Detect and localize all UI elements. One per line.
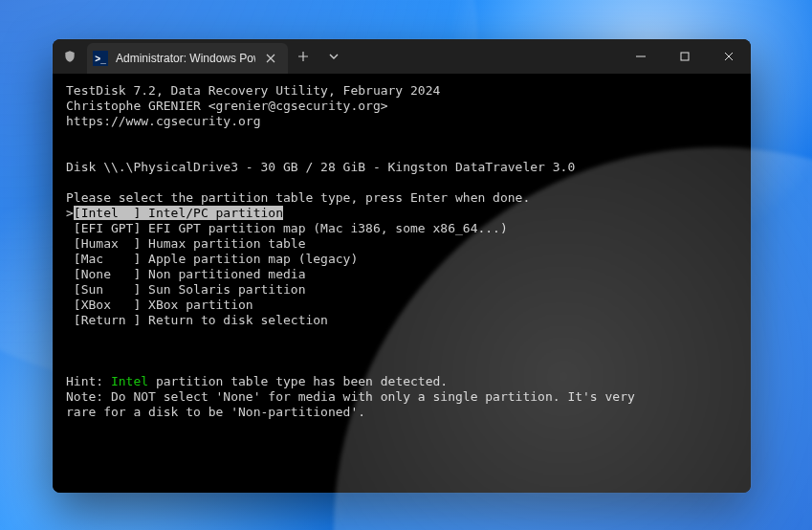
author-line: Christophe GRENIER <grenier@cgsecurity.o…: [66, 99, 737, 114]
uac-shield-icon: [53, 39, 87, 74]
terminal-window: >_ Administrator: Windows Powe: [53, 39, 751, 493]
svg-rect-0: [681, 53, 689, 60]
url-line: https://www.cgsecurity.org: [66, 114, 737, 129]
partition-option[interactable]: [Return ] Return to disk selection: [66, 313, 737, 328]
powershell-icon: >_: [93, 51, 108, 66]
partition-option[interactable]: [None ] Non partitioned media: [66, 267, 737, 282]
tab-dropdown-button[interactable]: [318, 39, 349, 74]
new-tab-button[interactable]: [288, 39, 318, 74]
maximize-button[interactable]: [663, 39, 707, 74]
note-line-2: rare for a disk to be 'Non-partitioned'.: [66, 405, 737, 420]
desktop-wallpaper: >_ Administrator: Windows Powe: [0, 0, 812, 530]
partition-option[interactable]: [Humax ] Humax partition table: [66, 236, 737, 252]
note-line-1: Note: Do NOT select 'None' for media wit…: [66, 389, 737, 405]
partition-option[interactable]: [Sun ] Sun Solaris partition: [66, 282, 737, 298]
close-button[interactable]: [707, 39, 751, 74]
partition-option[interactable]: [EFI GPT] EFI GPT partition map (Mac i38…: [66, 221, 737, 236]
partition-option[interactable]: [XBox ] XBox partition: [66, 298, 737, 313]
app-header-line: TestDisk 7.2, Data Recovery Utility, Feb…: [66, 83, 737, 99]
disk-info-line: Disk \\.\PhysicalDrive3 - 30 GB / 28 GiB…: [66, 160, 737, 175]
window-titlebar[interactable]: >_ Administrator: Windows Powe: [53, 39, 751, 74]
partition-option[interactable]: [Mac ] Apple partition map (legacy): [66, 252, 737, 267]
partition-option[interactable]: >[Intel ] Intel/PC partition: [66, 206, 737, 221]
tab-title: Administrator: Windows Powe: [116, 52, 255, 65]
hint-line: Hint: Intel partition table type has bee…: [66, 374, 737, 389]
minimize-button[interactable]: [619, 39, 663, 74]
titlebar-drag-region[interactable]: [349, 39, 619, 74]
terminal-content[interactable]: TestDisk 7.2, Data Recovery Utility, Feb…: [53, 74, 751, 493]
tab-active[interactable]: >_ Administrator: Windows Powe: [87, 43, 288, 74]
detected-type: Intel: [111, 374, 148, 388]
prompt-line: Please select the partition table type, …: [66, 190, 737, 206]
tab-close-button[interactable]: [263, 51, 278, 66]
